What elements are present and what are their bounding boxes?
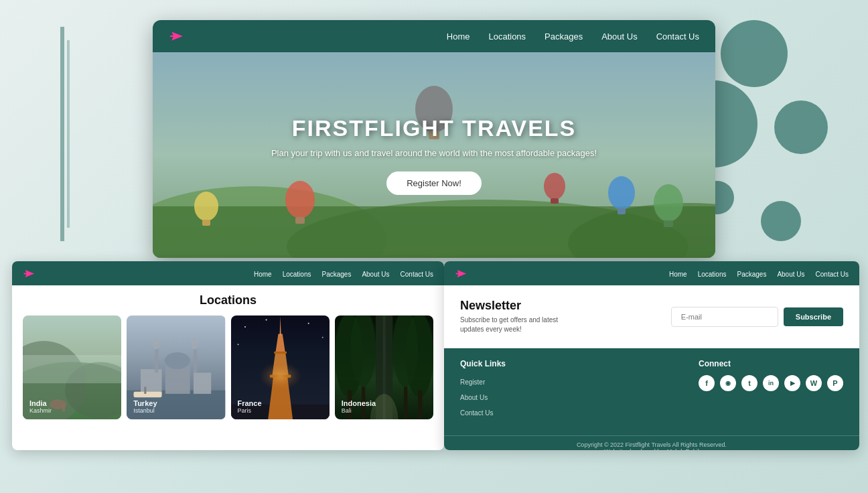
loc-nav-locations[interactable]: Locations [283, 271, 311, 278]
news-logo-icon [455, 269, 467, 278]
svg-rect-16 [551, 198, 559, 204]
logo-plane-icon [169, 31, 184, 42]
footer-section: Quick Links Register About Us Contact Us… [444, 348, 859, 435]
newsletter-form: Subscribe [671, 307, 843, 327]
footer-link-contact[interactable]: Contact Us [460, 409, 493, 417]
svg-rect-21 [23, 355, 121, 383]
turkey-label: Turkey Istanbul [133, 399, 157, 414]
footer-copyright-block: Copyright © 2022 Firstflight Travels All… [444, 435, 859, 450]
location-france[interactable]: France Paris [231, 315, 330, 419]
main-navbar: Home Locations Packages About Us Contact… [153, 20, 715, 52]
nav-packages[interactable]: Packages [545, 31, 583, 42]
india-label: India Kashmir [29, 399, 52, 414]
svg-rect-8 [295, 217, 305, 224]
newsletter-text-block: Newsletter Subscribe to get offers and l… [460, 299, 567, 334]
news-nav-packages[interactable]: Packages [737, 271, 766, 278]
connect-block: Connect f ◉ t in ▶ W P [699, 359, 843, 425]
developer-credit: Website developed by: Mohd. Rahil [460, 448, 843, 450]
copyright-text: Copyright © 2022 Firstflight Travels All… [460, 441, 843, 448]
indonesia-label: Indonesia Bali [342, 399, 376, 414]
location-indonesia[interactable]: Indonesia Bali [335, 315, 433, 419]
news-nav-locations[interactable]: Locations [698, 271, 727, 278]
svg-rect-60 [404, 386, 407, 419]
newsletter-footer-card: Home Locations Packages About Us Contact… [444, 261, 859, 450]
main-hero-card: Home Locations Packages About Us Contact… [153, 20, 715, 258]
location-turkey[interactable]: Turkey Istanbul [127, 315, 225, 419]
instagram-icon[interactable]: ◉ [720, 375, 736, 391]
svg-rect-34 [134, 392, 162, 397]
newsletter-section: Newsletter Subscribe to get offers and l… [444, 285, 859, 348]
svg-point-46 [307, 323, 309, 324]
loc-logo-icon [23, 269, 35, 278]
subscribe-button[interactable]: Subscribe [784, 307, 843, 326]
newsletter-heading: Newsletter [460, 299, 567, 313]
svg-point-33 [192, 338, 199, 350]
svg-point-29 [165, 352, 190, 369]
svg-rect-28 [194, 372, 211, 394]
hero-text-area: FIRSTFLIGHT TRAVELS Plan your trip with … [271, 115, 597, 195]
news-nav-list: Home Locations Packages About Us Contact… [669, 267, 849, 279]
svg-point-49 [265, 319, 267, 320]
newsletter-navbar: Home Locations Packages About Us Contact… [444, 261, 859, 285]
svg-point-32 [153, 338, 160, 350]
quick-links-block: Quick Links Register About Us Contact Us [460, 359, 506, 425]
news-nav-contact[interactable]: Contact Us [816, 271, 849, 278]
loc-nav-contact[interactable]: Contact Us [401, 271, 433, 278]
location-india[interactable]: India Kashmir [23, 315, 121, 419]
loc-nav-about[interactable]: About Us [362, 271, 389, 278]
facebook-icon[interactable]: f [699, 375, 715, 391]
connect-heading: Connect [699, 359, 843, 368]
wordpress-icon[interactable]: W [806, 375, 822, 391]
svg-point-11 [608, 176, 635, 210]
quick-links-list: Register About Us Contact Us [460, 375, 506, 418]
nav-contact[interactable]: Contact Us [656, 31, 699, 42]
linkedin-icon[interactable]: in [763, 375, 779, 391]
register-now-button[interactable]: Register Now! [386, 171, 482, 195]
quick-links-heading: Quick Links [460, 359, 506, 368]
footer-link-about[interactable]: About Us [460, 394, 488, 401]
svg-rect-4 [153, 206, 715, 258]
svg-rect-26 [141, 369, 162, 394]
footer-link-register[interactable]: Register [460, 378, 485, 386]
svg-rect-43 [274, 352, 287, 354]
loc-nav-packages[interactable]: Packages [321, 271, 351, 278]
locations-content: Locations [12, 285, 444, 427]
svg-point-13 [654, 184, 683, 222]
decorative-circle-5 [761, 201, 801, 241]
twitter-icon[interactable]: t [741, 375, 757, 391]
loc-nav-list: Home Locations Packages About Us Contact… [254, 267, 433, 279]
hero-subtitle: Plan your trip with us and travel around… [271, 148, 597, 158]
news-nav-about[interactable]: About Us [777, 271, 804, 278]
locations-grid: India Kashmir [23, 315, 433, 419]
decorative-circle-1 [721, 20, 788, 87]
svg-rect-12 [618, 208, 626, 214]
loc-nav-home[interactable]: Home [254, 271, 272, 278]
youtube-icon[interactable]: ▶ [784, 375, 800, 391]
svg-point-47 [321, 337, 323, 338]
email-input[interactable] [671, 307, 778, 327]
decorative-circle-2 [774, 100, 828, 154]
svg-point-48 [237, 344, 238, 345]
social-icons-row: f ◉ t in ▶ W P [699, 375, 843, 391]
france-label: France Paris [238, 399, 262, 414]
svg-rect-10 [202, 220, 210, 226]
svg-point-45 [244, 326, 245, 328]
newsletter-description: Subscribe to get offers and latest updat… [460, 315, 567, 334]
nav-locations[interactable]: Locations [488, 31, 526, 42]
svg-rect-35 [145, 386, 147, 394]
news-nav-home[interactable]: Home [669, 271, 687, 278]
nav-home[interactable]: Home [447, 31, 470, 42]
svg-rect-14 [664, 220, 673, 227]
locations-card: Home Locations Packages About Us Contact… [12, 261, 444, 450]
decorative-line-2 [67, 40, 70, 228]
svg-rect-59 [418, 391, 422, 419]
nav-about[interactable]: About Us [601, 31, 637, 42]
locations-navbar: Home Locations Packages About Us Contact… [12, 261, 444, 285]
main-nav-list: Home Locations Packages About Us Contact… [447, 30, 699, 42]
pinterest-icon[interactable]: P [827, 375, 843, 391]
decorative-line [60, 27, 64, 241]
locations-heading: Locations [23, 293, 433, 307]
svg-rect-23 [62, 405, 65, 412]
svg-point-44 [259, 362, 301, 391]
hero-title: FIRSTFLIGHT TRAVELS [271, 115, 597, 141]
